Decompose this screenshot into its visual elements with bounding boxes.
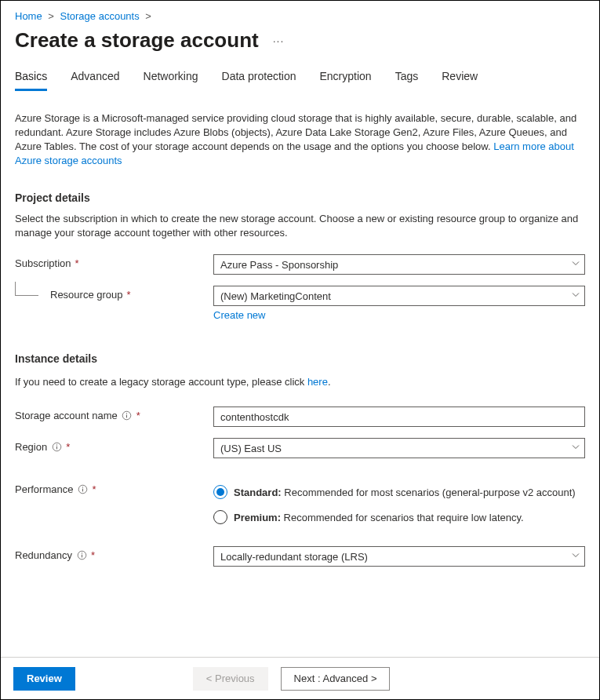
breadcrumb-storage-accounts[interactable]: Storage accounts: [60, 10, 140, 22]
tab-tags[interactable]: Tags: [395, 70, 419, 91]
required-marker: *: [91, 549, 95, 561]
svg-rect-2: [126, 413, 127, 414]
required-marker: *: [75, 257, 79, 269]
tab-advanced[interactable]: Advanced: [71, 70, 119, 91]
required-marker: *: [92, 483, 96, 495]
performance-standard-label: Standard: Recommended for most scenarios…: [234, 487, 576, 498]
tab-basics[interactable]: Basics: [15, 70, 47, 91]
storage-account-name-label: Storage account name: [15, 410, 118, 421]
svg-rect-7: [82, 489, 83, 492]
chevron-right-icon: >: [48, 10, 54, 22]
subscription-label: Subscription: [15, 257, 71, 269]
info-icon[interactable]: [76, 550, 87, 561]
svg-rect-4: [56, 447, 57, 450]
tab-networking[interactable]: Networking: [144, 70, 198, 91]
svg-rect-10: [82, 555, 82, 558]
review-button[interactable]: Review: [13, 667, 75, 691]
page-title: Create a storage account: [15, 28, 259, 53]
svg-rect-8: [82, 487, 83, 487]
instance-details-heading: Instance details: [15, 352, 585, 365]
intro-text: Azure Storage is a Microsoft-managed ser…: [15, 111, 585, 168]
performance-premium-label: Premium: Recommended for scenarios that …: [234, 512, 524, 523]
tab-encryption[interactable]: Encryption: [320, 70, 372, 91]
info-icon[interactable]: [122, 410, 133, 421]
svg-rect-1: [126, 415, 127, 418]
tab-data-protection[interactable]: Data protection: [222, 70, 296, 91]
redundancy-select[interactable]: Locally-redundant storage (LRS): [213, 546, 585, 567]
subscription-select[interactable]: Azure Pass - Sponsorship: [213, 254, 585, 275]
next-button[interactable]: Next : Advanced >: [281, 667, 391, 691]
wizard-footer: Review < Previous Next : Advanced >: [1, 657, 599, 699]
more-actions-button[interactable]: ···: [273, 35, 285, 47]
region-select[interactable]: (US) East US: [213, 438, 585, 458]
indent-connector-icon: [15, 282, 38, 296]
info-icon[interactable]: [51, 442, 62, 453]
required-marker: *: [127, 289, 131, 301]
legacy-after: .: [328, 376, 331, 388]
resource-group-select[interactable]: (New) MarketingContent: [213, 286, 585, 306]
legacy-here-link[interactable]: here: [307, 376, 328, 388]
project-details-desc: Select the subscription in which to crea…: [15, 212, 585, 240]
project-details-heading: Project details: [15, 191, 585, 204]
resource-group-label: Resource group: [50, 289, 123, 301]
required-marker: *: [136, 410, 140, 421]
breadcrumb-home[interactable]: Home: [15, 10, 42, 22]
performance-premium-radio[interactable]: Premium: Recommended for scenarios that …: [213, 510, 585, 524]
radio-unchecked-icon: [213, 510, 227, 524]
region-label: Region: [15, 441, 47, 453]
performance-standard-radio[interactable]: Standard: Recommended for most scenarios…: [213, 485, 585, 499]
radio-checked-icon: [213, 485, 227, 499]
info-icon[interactable]: [77, 484, 88, 495]
storage-account-name-input[interactable]: [213, 407, 585, 427]
required-marker: *: [66, 441, 70, 453]
breadcrumb: Home > Storage accounts >: [15, 9, 585, 28]
svg-rect-5: [56, 444, 57, 445]
tab-bar: Basics Advanced Networking Data protecti…: [15, 70, 585, 91]
create-new-rg-link[interactable]: Create new: [213, 309, 265, 321]
legacy-text: If you need to create a legacy storage a…: [15, 376, 307, 388]
performance-label: Performance: [15, 483, 73, 495]
tab-review[interactable]: Review: [442, 70, 478, 91]
redundancy-label: Redundancy: [15, 549, 72, 561]
chevron-right-icon: >: [145, 10, 151, 22]
svg-rect-11: [82, 552, 82, 553]
previous-button: < Previous: [193, 667, 268, 691]
